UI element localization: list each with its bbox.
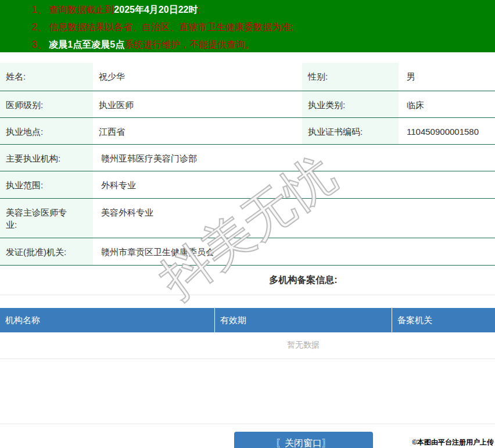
notice-line-3: 3、 凌晨1点至凌晨5点系统进行维护，不能提供查询。 [32, 36, 495, 52]
notice-line-2: 2、 信息数据结果以各省、自治区、直辖市卫生健康委数据为准; [32, 19, 495, 36]
spacer [0, 359, 495, 424]
level-value: 执业医师 [93, 91, 302, 117]
cert-number-value: 110450900001580 [399, 118, 495, 144]
table-row-cosmetic-specialty: 美容主诊医师专业: 美容外科专业 [0, 199, 495, 238]
notice-text: ; [198, 5, 200, 15]
filing-section-title: 多机构备案信息: [0, 266, 495, 295]
notice-text: 3、 [32, 40, 49, 49]
category-value: 临床 [399, 91, 495, 117]
practitioner-info-table: 姓名: 祝少华 性别: 男 医师级别: 执业医师 执业类别: 临床 执业地点: … [0, 63, 495, 266]
scope-label: 执业范围: [0, 171, 93, 198]
main-org-value: 赣州亚韩医疗美容门诊部 [93, 145, 495, 171]
divider [0, 424, 495, 424]
issuer-label: 发证(批准)机关: [0, 238, 93, 265]
cosmetic-specialty-value: 美容外科专业 [93, 199, 495, 238]
empty-state-text: 暂无数据 [0, 332, 495, 359]
scope-value: 外科专业 [93, 171, 495, 198]
category-label: 执业类别: [302, 91, 399, 117]
level-label: 医师级别: [0, 91, 93, 117]
filing-table-header: 机构名称 有效期 备案机关 [0, 308, 495, 332]
main-org-label: 主要执业机构: [0, 145, 93, 171]
table-row-main-org: 主要执业机构: 赣州亚韩医疗美容门诊部 [0, 145, 495, 171]
divider [0, 295, 495, 295]
table-row-scope: 执业范围: 外科专业 [0, 171, 495, 199]
gender-value: 男 [399, 63, 495, 91]
copyright-note: ©本图由平台注册用户上传 [412, 438, 494, 447]
notice-text: 2、 信息数据结果以各省、自治区、直辖市卫生健康委数据为准; [32, 22, 293, 32]
notice-emphasis: 凌晨1点至凌晨5点 [49, 40, 124, 49]
notice-text: 系统进行维护，不能提供查询。 [124, 40, 254, 49]
column-header-org-name: 机构名称 [0, 308, 215, 332]
table-row-location-cert: 执业地点: 江西省 执业证书编码: 110450900001580 [0, 118, 495, 145]
notice-line-1: 1、 查询数据截止到2025年4月20日22时; [32, 1, 495, 19]
notice-emphasis: 2025年4月20日22时 [114, 5, 198, 15]
close-window-button[interactable]: 〖关闭窗口〗 [234, 432, 373, 448]
column-header-validity: 有效期 [215, 308, 392, 332]
issuer-value: 赣州市章贡区卫生健康委员会 [93, 238, 495, 265]
table-row-level-category: 医师级别: 执业医师 执业类别: 临床 [0, 91, 495, 118]
notice-banner: 1、 查询数据截止到2025年4月20日22时; 2、 信息数据结果以各省、自治… [0, 0, 495, 52]
notice-text: 1、 查询数据截止到 [32, 5, 114, 15]
name-value: 祝少华 [93, 63, 302, 91]
cosmetic-specialty-label: 美容主诊医师专业: [0, 199, 93, 238]
cert-number-label: 执业证书编码: [302, 118, 399, 144]
name-label: 姓名: [0, 63, 93, 91]
table-row-name-gender: 姓名: 祝少华 性别: 男 [0, 63, 495, 91]
location-label: 执业地点: [0, 118, 93, 144]
gender-label: 性别: [302, 63, 399, 91]
location-value: 江西省 [93, 118, 302, 144]
column-header-filing-authority: 备案机关 [392, 308, 495, 332]
table-row-issuer: 发证(批准)机关: 赣州市章贡区卫生健康委员会 [0, 238, 495, 266]
